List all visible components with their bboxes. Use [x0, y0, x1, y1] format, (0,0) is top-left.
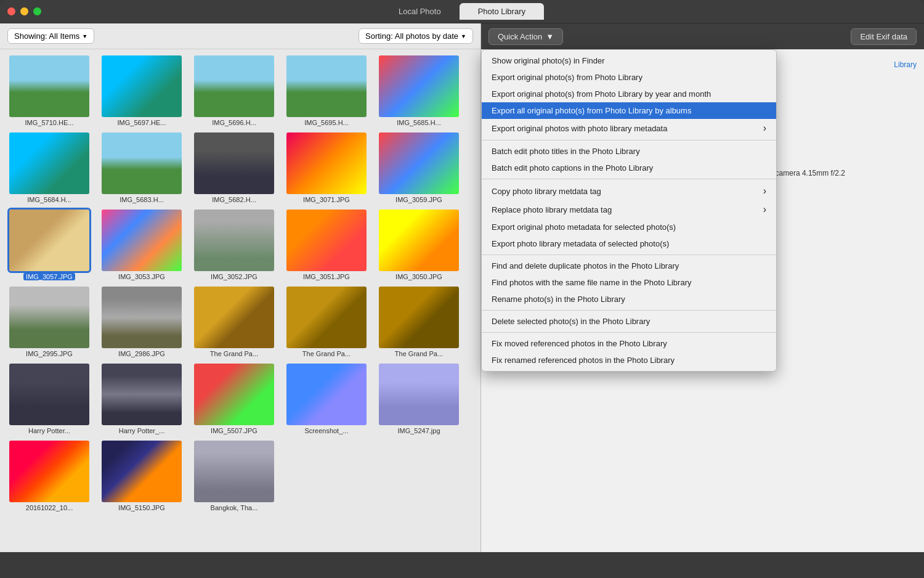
traffic-lights — [7, 7, 41, 15]
menu-item-show-finder[interactable]: Show original photo(s) in Finder — [482, 52, 776, 69]
showing-dropdown[interactable]: Showing: All Items — [7, 28, 94, 44]
left-panel: Showing: All Items Sorting: All photos b… — [0, 23, 480, 552]
photo-item[interactable]: IMG_5685.H... — [376, 55, 462, 126]
photo-thumbnail — [102, 287, 182, 348]
photo-label: IMG_5685.H... — [397, 119, 441, 126]
menu-item-export-metadata[interactable]: Export original photos with photo librar… — [482, 119, 776, 137]
photo-thumbnail — [9, 210, 89, 271]
photo-thumbnail — [286, 132, 367, 194]
photo-item[interactable]: IMG_5696.H... — [191, 55, 277, 126]
photo-thumbnail — [102, 132, 182, 194]
photo-label: IMG_3071.JPG — [303, 196, 350, 203]
photo-thumbnail — [102, 441, 182, 502]
photo-label: IMG_3057.JPG — [23, 273, 75, 280]
photo-item[interactable]: IMG_5697.HE... — [99, 55, 185, 126]
tab-local-photo[interactable]: Local Photo — [380, 3, 460, 20]
photo-thumbnail — [9, 364, 89, 425]
photo-item[interactable]: IMG_5247.jpg — [376, 364, 462, 434]
quick-action-button[interactable]: Quick Action ▼ — [488, 28, 563, 45]
photo-thumbnail — [379, 364, 459, 425]
photo-label: IMG_3051.JPG — [303, 273, 350, 280]
photo-item[interactable]: IMG_3050.JPG — [376, 210, 462, 280]
sorting-dropdown[interactable]: Sorting: All photos by date — [359, 28, 473, 44]
photo-thumbnail — [194, 364, 274, 425]
photo-thumbnail — [379, 287, 459, 348]
photo-label: The Grand Pa... — [302, 350, 351, 357]
photo-item[interactable]: Harry Potter_... — [99, 364, 185, 434]
tab-photo-library[interactable]: Photo Library — [460, 3, 544, 20]
photo-item[interactable]: IMG_5695.H... — [283, 55, 370, 126]
photo-item[interactable]: IMG_5682.H... — [191, 132, 277, 203]
edit-exif-button[interactable]: Edit Exif data — [851, 28, 917, 45]
quick-action-dropdown: Show original photo(s) in FinderExport o… — [481, 49, 777, 372]
photo-label: IMG_5150.JPG — [118, 504, 165, 511]
menu-separator — [482, 179, 776, 179]
photo-item[interactable]: IMG_3057.JPG — [6, 210, 92, 280]
photo-item[interactable]: IMG_2986.JPG — [99, 287, 185, 357]
dropdown-arrow-icon: ▼ — [546, 32, 554, 41]
photo-item[interactable]: IMG_5710.HE... — [6, 55, 92, 126]
top-bar: Showing: All Items Sorting: All photos b… — [0, 23, 480, 49]
menu-item-export-year-month[interactable]: Export original photo(s) from Photo Libr… — [482, 86, 776, 102]
photo-thumbnail — [102, 210, 182, 271]
photo-item[interactable]: Harry Potter... — [6, 364, 92, 434]
photo-thumbnail — [379, 132, 459, 194]
photo-label: IMG_2986.JPG — [118, 350, 165, 357]
photo-label: IMG_5695.H... — [304, 119, 349, 126]
menu-item-export-library[interactable]: Export original photo(s) from Photo Libr… — [482, 69, 776, 86]
menu-item-export-library-meta[interactable]: Export photo library metadata of selecte… — [482, 235, 776, 252]
photo-label: IMG_5683.H... — [120, 196, 164, 203]
photo-item[interactable]: IMG_5683.H... — [99, 132, 185, 203]
photo-item[interactable]: The Grand Pa... — [191, 287, 277, 357]
photo-label: IMG_5710.HE... — [25, 119, 74, 126]
photo-item[interactable]: The Grand Pa... — [376, 287, 462, 357]
photo-thumbnail — [286, 287, 367, 348]
close-button[interactable] — [7, 7, 15, 15]
photo-item[interactable]: IMG_3059.JPG — [376, 132, 462, 203]
title-bar: Local Photo Photo Library — [0, 0, 924, 23]
photo-item[interactable]: IMG_5684.H... — [6, 132, 92, 203]
menu-item-find-same-name[interactable]: Find photos with the same file name in t… — [482, 274, 776, 291]
menu-separator — [482, 310, 776, 311]
photo-label: IMG_5507.JPG — [211, 427, 257, 434]
photo-item[interactable]: IMG_2995.JPG — [6, 287, 92, 357]
photo-thumbnail — [379, 210, 459, 271]
photo-item[interactable]: The Grand Pa... — [283, 287, 370, 357]
photo-thumbnail — [194, 210, 274, 271]
menu-item-delete-selected[interactable]: Delete selected photo(s) in the Photo Li… — [482, 313, 776, 330]
menu-item-rename-photos[interactable]: Rename photo(s) in the Photo Library — [482, 291, 776, 307]
photo-item[interactable]: IMG_3052.JPG — [191, 210, 277, 280]
photo-label: IMG_5696.H... — [212, 119, 256, 126]
photo-label: Harry Potter_... — [119, 427, 165, 434]
maximize-button[interactable] — [33, 7, 41, 15]
menu-item-batch-captions[interactable]: Batch edit photo captions in the Photo L… — [482, 160, 776, 176]
photo-item[interactable]: IMG_5150.JPG — [99, 441, 185, 511]
photo-label: The Grand Pa... — [210, 350, 258, 357]
menu-item-export-albums[interactable]: Export all original photo(s) from Photo … — [482, 102, 776, 119]
menu-item-find-duplicates[interactable]: Find and delete duplicate photos in the … — [482, 258, 776, 274]
photo-thumbnail — [9, 441, 89, 502]
photo-label: IMG_3050.JPG — [395, 273, 442, 280]
photo-thumbnail — [194, 55, 274, 117]
photo-item[interactable]: IMG_3053.JPG — [99, 210, 185, 280]
menu-item-fix-moved[interactable]: Fix moved referenced photos in the Photo… — [482, 335, 776, 352]
photo-item[interactable]: IMG_5507.JPG — [191, 364, 277, 434]
photo-item[interactable]: IMG_3051.JPG — [283, 210, 370, 280]
minimize-button[interactable] — [20, 7, 28, 15]
photo-thumbnail — [286, 55, 367, 117]
photo-item[interactable]: 20161022_10... — [6, 441, 92, 511]
photo-label: IMG_3059.JPG — [395, 196, 442, 203]
right-panel: Quick Action ▼ Edit Exif data Show origi… — [480, 23, 924, 552]
photo-thumbnail — [286, 364, 367, 425]
photo-item[interactable]: Bangkok, Tha... — [191, 441, 277, 511]
menu-item-copy-metadata[interactable]: Copy photo library metdata tag — [482, 182, 776, 200]
menu-item-replace-metadata[interactable]: Replace photo library metdata tag — [482, 200, 776, 219]
photo-item[interactable]: IMG_3071.JPG — [283, 132, 370, 203]
menu-item-export-selected-meta[interactable]: Export original photo metadata for selec… — [482, 219, 776, 235]
photo-label: IMG_5684.H... — [27, 196, 71, 203]
photo-label: IMG_5697.HE... — [118, 119, 166, 126]
photo-item[interactable]: Screenshot_... — [283, 364, 370, 434]
photo-thumbnail — [9, 287, 89, 348]
menu-item-batch-titles[interactable]: Batch edit photo titles in the Photo Lib… — [482, 143, 776, 160]
menu-item-fix-renamed[interactable]: Fix renamed referenced photos in the Pho… — [482, 352, 776, 368]
